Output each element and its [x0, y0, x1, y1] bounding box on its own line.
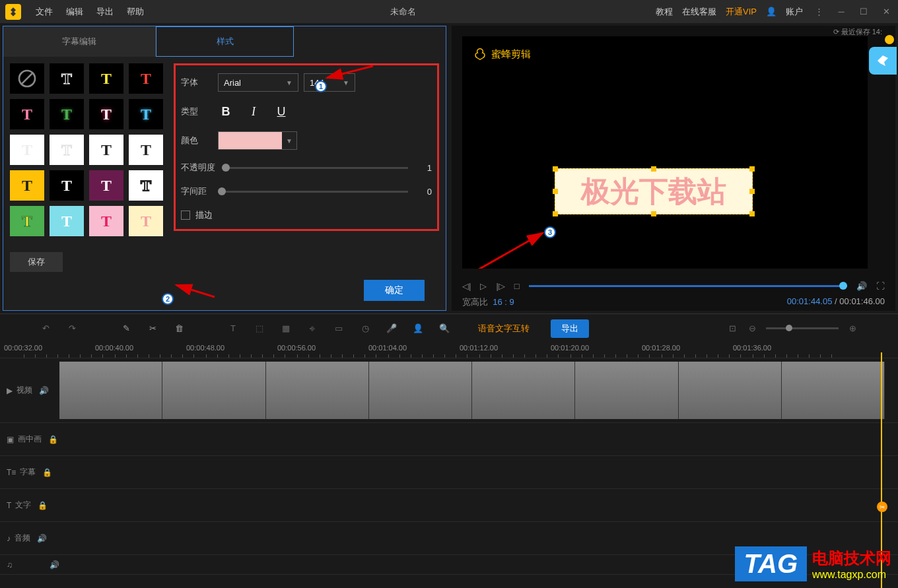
underline-button[interactable]: U: [273, 104, 289, 119]
menu-help[interactable]: 帮助: [120, 6, 151, 18]
stroke-checkbox[interactable]: [181, 211, 190, 220]
crop-icon[interactable]: ⬚: [254, 323, 265, 335]
mute-icon[interactable]: 🔊: [39, 386, 49, 395]
preset-6[interactable]: T: [89, 99, 123, 129]
preset-none[interactable]: [10, 63, 44, 94]
audio-to-text-button[interactable]: 语音文字互转: [478, 323, 530, 335]
delete-icon[interactable]: 🗑: [173, 323, 185, 335]
preset-4[interactable]: T: [10, 99, 44, 129]
preset-10[interactable]: T: [89, 135, 123, 165]
preview-canvas[interactable]: 蜜蜂剪辑 极光下载站 3: [462, 36, 868, 269]
preset-17[interactable]: T: [50, 206, 84, 236]
close-icon[interactable]: ✕: [880, 5, 893, 18]
person-icon[interactable]: 👤: [412, 323, 424, 335]
progress-bar[interactable]: [529, 285, 847, 287]
maximize-icon[interactable]: ☐: [857, 5, 870, 18]
audio-track-icon: ♪: [7, 534, 11, 543]
zoom-slider[interactable]: [766, 327, 839, 329]
mosaic-icon[interactable]: ▦: [280, 323, 292, 335]
annotation-badge-3: 3: [544, 226, 556, 238]
close-watermark-icon[interactable]: [885, 35, 894, 44]
aspect-label: 宽高比: [462, 297, 488, 307]
text-object[interactable]: 极光下载站: [555, 168, 753, 214]
font-select[interactable]: Arial▼: [218, 73, 298, 92]
zoom-in-icon[interactable]: ⊕: [846, 323, 858, 335]
volume-icon[interactable]: 🔊: [856, 281, 867, 291]
undo-icon[interactable]: ↶: [40, 323, 52, 335]
opacity-slider[interactable]: 1: [222, 163, 432, 173]
preset-14[interactable]: T: [89, 170, 123, 201]
style-panel: 字幕编辑 样式 T T T T T T T T T T T T T T T: [3, 26, 446, 311]
menu-edit[interactable]: 编辑: [59, 6, 90, 18]
pencil-icon[interactable]: ✎: [120, 323, 132, 335]
preset-11[interactable]: T: [129, 135, 163, 165]
mic-icon[interactable]: 🎤: [386, 323, 397, 335]
video-track-icon: ▶: [7, 386, 13, 395]
mute-icon[interactable]: 🔊: [37, 534, 47, 543]
ok-button[interactable]: 确定: [364, 280, 425, 301]
vip-link[interactable]: 开通VIP: [726, 6, 757, 18]
time-total: 00:01:46.00: [839, 296, 885, 306]
preset-5[interactable]: T: [50, 99, 84, 129]
preset-2[interactable]: T: [89, 63, 123, 94]
freeze-icon[interactable]: ▭: [333, 323, 345, 335]
video-clip[interactable]: [59, 362, 885, 419]
chevron-down-icon: ▼: [282, 132, 296, 149]
minimize-icon[interactable]: ─: [835, 5, 848, 18]
menu-file[interactable]: 文件: [29, 6, 59, 18]
preset-3[interactable]: T: [129, 63, 163, 94]
preset-18[interactable]: T: [89, 206, 123, 236]
assistant-icon[interactable]: [869, 47, 897, 75]
preview-panel: ⟳ 最近保存 14: 蜜蜂剪辑 极光下载站 3 ◁| ▷ |▷ □: [452, 26, 895, 311]
preset-13[interactable]: T: [50, 170, 84, 201]
lock-icon[interactable]: 🔒: [48, 435, 58, 444]
track-video: ▶视频🔊: [0, 358, 898, 423]
menu-export[interactable]: 导出: [90, 6, 120, 18]
italic-button[interactable]: I: [246, 104, 261, 119]
lock-icon[interactable]: 🔒: [38, 501, 48, 510]
zoom-tool-icon[interactable]: 🔍: [438, 323, 450, 335]
font-label: 字体: [181, 77, 218, 88]
redo-icon[interactable]: ↷: [66, 323, 78, 335]
style-presets: T T T T T T T T T T T T T T T T T T T: [3, 57, 167, 243]
kerning-label: 字间距: [181, 185, 218, 197]
speed-icon[interactable]: ◷: [359, 323, 371, 335]
preset-15[interactable]: T: [129, 170, 163, 201]
text-tool-icon[interactable]: T: [227, 323, 239, 335]
export-button[interactable]: 导出: [551, 319, 589, 338]
service-link[interactable]: 在线客服: [682, 6, 716, 18]
preset-9[interactable]: T: [50, 135, 84, 165]
split-icon[interactable]: ⎆: [306, 323, 318, 335]
cut-marker-icon[interactable]: ✂: [877, 502, 887, 512]
preset-1[interactable]: T: [50, 63, 84, 94]
user-icon[interactable]: 👤: [766, 7, 777, 16]
save-button[interactable]: 保存: [10, 252, 63, 272]
account-link[interactable]: 账户: [786, 6, 803, 18]
color-picker[interactable]: ▼: [218, 131, 297, 150]
preset-19[interactable]: T: [129, 206, 163, 236]
preset-7[interactable]: T: [129, 99, 163, 129]
kerning-slider[interactable]: 0: [218, 187, 432, 197]
preset-8[interactable]: T: [10, 135, 44, 165]
tab-subtitle-edit[interactable]: 字幕编辑: [3, 26, 156, 57]
cut-icon[interactable]: ✂: [147, 323, 158, 335]
next-frame-icon[interactable]: |▷: [496, 281, 504, 291]
tutorial-link[interactable]: 教程: [656, 6, 673, 18]
more-icon[interactable]: ⋮: [812, 5, 825, 18]
preset-12[interactable]: T: [10, 170, 44, 201]
prev-frame-icon[interactable]: ◁|: [462, 281, 471, 291]
size-select[interactable]: 144▼: [304, 73, 355, 92]
annotation-badge-2: 2: [162, 293, 174, 305]
fit-icon[interactable]: ⊡: [726, 323, 738, 335]
tab-style[interactable]: 样式: [156, 26, 294, 57]
lock-icon[interactable]: 🔒: [42, 468, 52, 477]
timeline: 00:00:32.0000:00:40.0000:00:48.0000:00:5…: [0, 343, 898, 575]
zoom-out-icon[interactable]: ⊖: [746, 323, 758, 335]
bold-button[interactable]: B: [218, 104, 234, 119]
style-form: 字体 Arial▼ 144▼ 类型 B I U 颜色: [167, 57, 446, 243]
fullscreen-icon[interactable]: ⛶: [876, 281, 885, 291]
stop-icon[interactable]: □: [514, 281, 520, 291]
preset-16[interactable]: T: [10, 206, 44, 236]
play-icon[interactable]: ▷: [480, 281, 487, 291]
timeline-ruler[interactable]: 00:00:32.0000:00:40.0000:00:48.0000:00:5…: [0, 343, 898, 358]
